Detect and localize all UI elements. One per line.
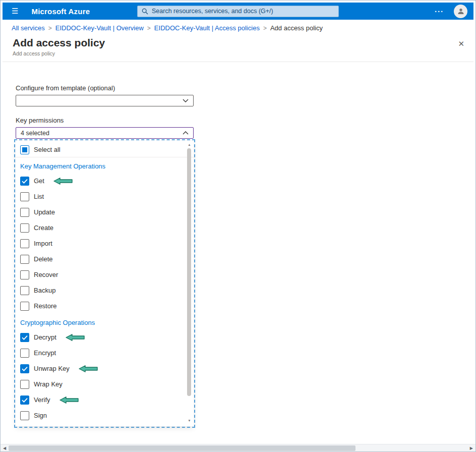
scroll-right-icon[interactable]: ▶ <box>470 444 473 452</box>
page-header: Add access policy Add access policy ✕ <box>3 35 473 62</box>
template-dropdown[interactable] <box>16 95 194 106</box>
option-label: Import <box>34 240 52 247</box>
search-placeholder: Search resources, services, and docs (G+… <box>152 8 273 15</box>
permission-option-list[interactable]: List <box>16 189 194 204</box>
option-label: Update <box>34 208 55 216</box>
option-label: Decrypt <box>34 333 56 341</box>
permission-option-create[interactable]: Create <box>16 220 194 236</box>
breadcrumb-separator: > <box>260 25 270 32</box>
checkbox-unchecked[interactable] <box>20 286 29 295</box>
vertical-scrollbar-thumb[interactable] <box>187 148 191 396</box>
global-search-input[interactable]: Search resources, services, and docs (G+… <box>137 6 339 17</box>
vertical-scrollbar[interactable]: ▲ ▼ <box>187 142 192 423</box>
option-label: Wrap Key <box>34 380 63 388</box>
permission-option-verify[interactable]: Verify <box>16 392 194 408</box>
topbar-right: ··· <box>435 5 469 18</box>
app-title[interactable]: Microsoft Azure <box>31 7 90 16</box>
select-all-option[interactable]: Select all <box>16 142 194 157</box>
option-label: Encrypt <box>34 349 56 357</box>
breadcrumb-separator: > <box>144 25 154 32</box>
checkbox-unchecked[interactable] <box>20 411 29 420</box>
checkbox-unchecked[interactable] <box>20 208 29 217</box>
annotation-arrow-icon <box>65 333 85 342</box>
breadcrumb-item-eiddoc-key-vault-access-policies[interactable]: EIDDOC-Key-Vault | Access policies <box>154 24 260 32</box>
permission-option-import[interactable]: Import <box>16 236 194 251</box>
checkbox-checked[interactable] <box>20 364 29 373</box>
breadcrumb-item-eiddoc-key-vault-overview[interactable]: EIDDOC-Key-Vault | Overview <box>55 24 144 32</box>
select-all-checkbox[interactable] <box>20 145 29 154</box>
checkbox-checked[interactable] <box>20 333 29 342</box>
permissions-list: Key Management OperationsGetListUpdateCr… <box>16 157 194 423</box>
permission-group-header: Key Management Operations <box>16 157 194 173</box>
permission-option-get[interactable]: Get <box>16 173 194 189</box>
permission-option-wrap-key[interactable]: Wrap Key <box>16 376 194 392</box>
annotation-highlight-box: Select all Key Management OperationsGetL… <box>14 139 195 428</box>
azure-topbar: ☰ Microsoft Azure Search resources, serv… <box>3 3 473 20</box>
option-label: Unwrap Key <box>34 365 70 372</box>
more-options-icon[interactable]: ··· <box>435 7 444 16</box>
annotation-arrow-icon <box>59 396 79 404</box>
chevron-down-icon <box>183 99 189 102</box>
option-label: List <box>34 193 44 200</box>
page-title: Add access policy <box>13 36 463 49</box>
search-icon <box>142 8 148 15</box>
page-subtitle: Add access policy <box>13 50 463 56</box>
option-label: Get <box>34 177 44 185</box>
checkbox-unchecked[interactable] <box>20 349 29 358</box>
browser-frame: ☰ Microsoft Azure Search resources, serv… <box>0 0 476 452</box>
checkbox-unchecked[interactable] <box>20 192 29 201</box>
checkbox-unchecked[interactable] <box>20 270 29 279</box>
permission-option-unwrap-key[interactable]: Unwrap Key <box>16 361 194 376</box>
permission-option-sign[interactable]: Sign <box>16 408 194 423</box>
chevron-up-icon <box>183 131 189 135</box>
close-icon[interactable]: ✕ <box>456 37 466 50</box>
annotation-arrow-icon <box>78 365 98 373</box>
checkbox-unchecked[interactable] <box>20 223 29 233</box>
option-label: Create <box>34 224 53 232</box>
permission-option-decrypt[interactable]: Decrypt <box>16 329 194 345</box>
key-permissions-field-label: Key permissions <box>16 117 460 124</box>
checkbox-unchecked[interactable] <box>20 239 29 248</box>
option-label: Restore <box>34 302 57 310</box>
permission-group-header: Cryptographic Operations <box>16 314 194 329</box>
breadcrumb-item-all-services[interactable]: All services <box>12 24 45 32</box>
key-permissions-dropdown-value: 4 selected <box>21 130 49 137</box>
main-content: Configure from template (optional) Key p… <box>3 62 473 428</box>
permissions-panel: Select all Key Management OperationsGetL… <box>16 141 194 426</box>
horizontal-scrollbar[interactable]: ◀ ▶ <box>1 444 475 451</box>
checkbox-checked[interactable] <box>20 177 29 186</box>
permission-option-encrypt[interactable]: Encrypt <box>16 345 194 361</box>
scroll-down-icon[interactable]: ▼ <box>187 418 192 423</box>
permission-option-backup[interactable]: Backup <box>16 282 194 298</box>
scroll-up-icon[interactable]: ▲ <box>187 142 192 147</box>
person-icon <box>457 7 465 15</box>
option-label: Verify <box>34 396 50 404</box>
annotation-arrow-icon <box>53 177 73 185</box>
breadcrumb-separator: > <box>45 25 55 32</box>
indeterminate-mark <box>22 147 27 152</box>
option-label: Recover <box>34 271 58 278</box>
permission-option-recover[interactable]: Recover <box>16 267 194 282</box>
avatar[interactable] <box>454 5 467 18</box>
checkbox-unchecked[interactable] <box>20 380 29 389</box>
breadcrumb-item-add-access-policy: Add access policy <box>270 24 323 32</box>
option-label: Sign <box>34 412 47 419</box>
permission-option-delete[interactable]: Delete <box>16 251 194 267</box>
checkbox-unchecked[interactable] <box>20 302 29 311</box>
checkbox-checked[interactable] <box>20 396 29 405</box>
option-label: Backup <box>34 287 55 294</box>
permission-option-restore[interactable]: Restore <box>16 298 194 314</box>
scroll-left-icon[interactable]: ◀ <box>3 444 6 452</box>
select-all-label: Select all <box>34 146 61 153</box>
horizontal-scrollbar-thumb[interactable] <box>9 445 355 451</box>
template-field-label: Configure from template (optional) <box>16 84 460 92</box>
breadcrumb: All services>EIDDOC-Key-Vault | Overview… <box>3 20 473 35</box>
checkbox-unchecked[interactable] <box>20 255 29 264</box>
option-label: Delete <box>34 255 53 263</box>
permission-option-update[interactable]: Update <box>16 204 194 220</box>
hamburger-menu-icon[interactable]: ☰ <box>7 3 23 20</box>
key-permissions-dropdown[interactable]: 4 selected <box>16 127 194 139</box>
